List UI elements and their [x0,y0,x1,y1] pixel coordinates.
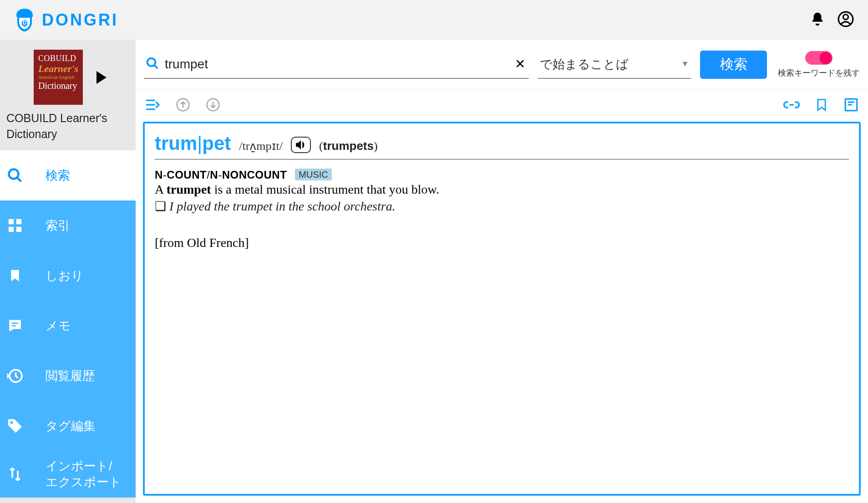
search-bar: ✕ で始まることば ▼ 検索 検索キーワードを残す [136,40,868,90]
collapse-panel-icon[interactable] [145,98,160,113]
match-mode-label: で始まることば [540,56,629,72]
entry-body: N-count/N-noncount MUSIC A trumpet is a … [155,169,849,250]
grid-icon [6,218,24,233]
svg-text:D: D [23,20,27,26]
sidebar-item-label: 索引 [46,217,70,234]
history-icon [6,368,24,384]
brand-name: DONGRI [42,10,118,30]
dictionary-cover[interactable]: COBUILD Learner's American English Dicti… [34,50,83,105]
sidebar-item-label: しおり [46,267,84,284]
sidebar-item-label: メモ [46,318,71,334]
memo-icon[interactable] [843,97,859,114]
dictionary-name: COBUILD Learner's Dictionary [6,110,129,142]
search-button[interactable]: 検索 [700,51,767,79]
sidebar-item-label: タグ編集 [46,418,96,434]
sidebar-item-memo[interactable]: メモ [0,301,136,351]
audio-button[interactable] [291,137,311,153]
headword: trum|pet [155,133,231,154]
sidebar-item-bookmarks[interactable]: しおり [0,251,136,301]
part-of-speech: N-count/N-noncount [155,169,287,181]
svg-point-11 [10,421,13,424]
dictionary-header: COBUILD Learner's American English Dicti… [0,40,136,150]
entry-toolbar [136,90,868,122]
sidebar-item-tags[interactable]: タグ編集 [0,401,136,451]
swap-icon [6,466,24,482]
sidebar-item-label: 閲覧履歴 [46,368,95,384]
svg-rect-9 [12,325,15,327]
definition: A trumpet is a metal musical instrument … [155,182,849,197]
arrow-down-circle-icon[interactable] [206,98,220,114]
tag-icon [6,418,24,434]
search-icon [6,167,24,184]
svg-rect-7 [16,227,21,232]
svg-point-3 [9,169,19,179]
clear-icon[interactable]: ✕ [511,56,529,72]
sidebar-item-index[interactable]: 索引 [0,200,136,251]
sidebar-item-label: インポート/ エクスポート [46,458,122,490]
svg-rect-5 [16,219,21,224]
example-sentence: I played the trumpet in the school orche… [155,199,849,214]
match-mode-select[interactable]: で始まることば ▼ [538,51,691,79]
search-icon [146,56,159,72]
svg-point-2 [843,14,848,19]
bookmark-icon[interactable] [815,97,828,114]
entry-panel: trum|pet /trʌ̱mpɪt/ (trumpets) N-count/N… [143,122,861,496]
sidebar-item-import-export[interactable]: インポート/ エクスポート [0,451,136,498]
sidebar: COBUILD Learner's American English Dicti… [0,40,136,503]
acorn-icon: D [14,8,36,32]
bookmark-icon [6,267,24,284]
svg-rect-8 [12,323,18,324]
svg-rect-6 [9,227,14,232]
headword-line: trum|pet /trʌ̱mpɪt/ (trumpets) [155,133,849,159]
arrow-up-circle-icon[interactable] [176,98,190,114]
keep-keyword-toggle[interactable] [805,51,832,65]
logo[interactable]: D DONGRI [14,8,118,32]
search-input[interactable] [165,57,506,72]
domain-tag: MUSIC [295,169,331,180]
svg-rect-4 [9,219,14,224]
note-icon [6,318,24,334]
sidebar-item-label: 検索 [46,167,70,184]
svg-point-12 [147,58,156,66]
sidebar-item-history[interactable]: 閲覧履歴 [0,351,136,401]
etymology: [from Old French] [155,236,849,250]
word-forms: (trumpets) [319,139,378,153]
sidebar-item-search[interactable]: 検索 [0,150,136,200]
search-input-wrap: ✕ [144,51,529,79]
play-icon[interactable] [96,71,107,84]
link-icon[interactable] [783,97,800,115]
pronunciation: /trʌ̱mpɪt/ [239,139,283,153]
chevron-down-icon: ▼ [681,59,689,69]
account-icon[interactable] [837,10,854,30]
main-content: ✕ で始まることば ▼ 検索 検索キーワードを残す [136,40,868,503]
bell-icon[interactable] [810,11,825,29]
keep-keyword-label: 検索キーワードを残す [778,67,860,78]
app-header: D DONGRI [0,0,868,40]
